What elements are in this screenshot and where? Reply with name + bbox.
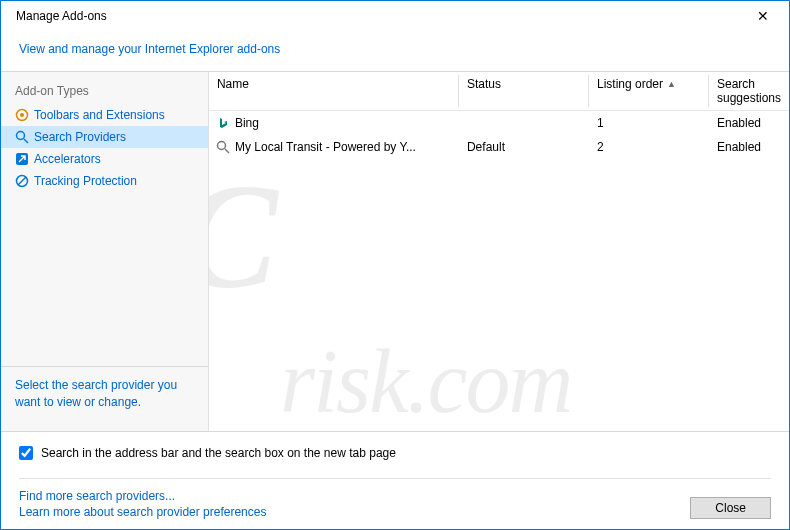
cell-suggestions: Enabled [709, 114, 789, 132]
cell-order: 1 [589, 114, 709, 132]
footer: Find more search providers... Learn more… [19, 478, 771, 519]
cell-order: 2 [589, 138, 709, 156]
column-status[interactable]: Status [459, 72, 589, 110]
table-row[interactable]: Bing 1 Enabled [209, 111, 789, 135]
arrow-icon [15, 152, 29, 166]
subtitle-bar: View and manage your Internet Explorer a… [1, 31, 789, 71]
sidebar-item-tracking[interactable]: Tracking Protection [1, 170, 208, 192]
content-panel: Name Status Listing order▲ Search sugges… [209, 72, 789, 431]
close-button[interactable]: Close [690, 497, 771, 519]
svg-point-7 [217, 142, 225, 150]
cell-status: Default [459, 138, 589, 156]
cell-name: My Local Transit - Powered by Y... [235, 140, 416, 154]
svg-point-1 [20, 113, 24, 117]
column-suggestions[interactable]: Search suggestions [709, 72, 789, 110]
sidebar-item-toolbars[interactable]: Toolbars and Extensions [1, 104, 208, 126]
cell-status [459, 121, 589, 125]
main-area: Add-on Types Toolbars and Extensions Sea… [1, 71, 789, 432]
sidebar: Add-on Types Toolbars and Extensions Sea… [1, 72, 209, 431]
titlebar: Manage Add-ons ✕ [1, 1, 789, 31]
svg-point-2 [17, 132, 25, 140]
checkbox-label: Search in the address bar and the search… [41, 446, 396, 460]
close-icon[interactable]: ✕ [747, 4, 779, 28]
sidebar-item-label: Search Providers [34, 130, 126, 144]
learn-more-link[interactable]: Learn more about search provider prefere… [19, 505, 266, 519]
sidebar-item-label: Accelerators [34, 152, 101, 166]
block-icon [15, 174, 29, 188]
sidebar-item-accelerators[interactable]: Accelerators [1, 148, 208, 170]
table-body: Bing 1 Enabled My Local Transit - Powere… [209, 111, 789, 431]
footer-links: Find more search providers... Learn more… [19, 489, 266, 519]
sidebar-item-search[interactable]: Search Providers [1, 126, 208, 148]
svg-line-8 [225, 149, 229, 153]
bing-icon [215, 115, 231, 131]
cell-name: Bing [235, 116, 259, 130]
sidebar-item-label: Tracking Protection [34, 174, 137, 188]
column-name[interactable]: Name [209, 72, 459, 110]
checkbox-input[interactable] [19, 446, 33, 460]
svg-line-3 [24, 139, 28, 143]
gear-icon [15, 108, 29, 122]
sort-asc-icon: ▲ [667, 79, 676, 89]
sidebar-hint: Select the search provider you want to v… [1, 367, 208, 421]
sidebar-header: Add-on Types [1, 82, 208, 104]
window-title: Manage Add-ons [11, 9, 107, 23]
svg-line-6 [18, 177, 26, 185]
view-manage-link[interactable]: View and manage your Internet Explorer a… [19, 42, 280, 56]
column-order[interactable]: Listing order▲ [589, 72, 709, 110]
search-addressbar-checkbox[interactable]: Search in the address bar and the search… [19, 446, 771, 460]
search-icon [215, 139, 231, 155]
table-row[interactable]: My Local Transit - Powered by Y... Defau… [209, 135, 789, 159]
find-more-link[interactable]: Find more search providers... [19, 489, 266, 503]
sidebar-item-label: Toolbars and Extensions [34, 108, 165, 122]
bottom-area: Search in the address bar and the search… [1, 432, 789, 529]
manage-addons-window: PC risk.com Manage Add-ons ✕ View and ma… [0, 0, 790, 530]
search-icon [15, 130, 29, 144]
cell-suggestions: Enabled [709, 138, 789, 156]
table-header: Name Status Listing order▲ Search sugges… [209, 72, 789, 111]
